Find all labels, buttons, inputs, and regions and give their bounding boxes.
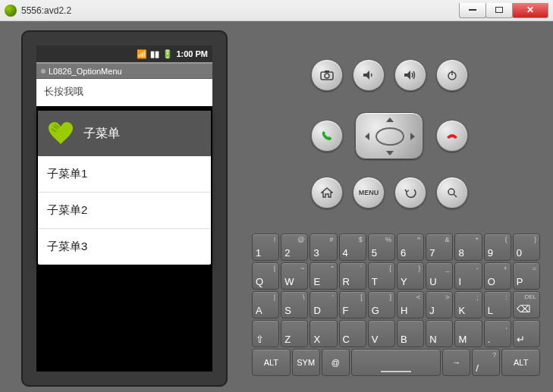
call-button[interactable] — [311, 120, 343, 152]
key-5[interactable]: 5% — [368, 234, 395, 261]
key-.[interactable]: ., — [484, 320, 511, 347]
key-delete[interactable]: DEL⌫ — [513, 291, 540, 318]
key-i[interactable]: I- — [454, 262, 482, 290]
dpad-icon — [356, 113, 424, 160]
key-↵[interactable]: ↵ — [513, 320, 540, 347]
submenu-item[interactable]: 子菜单3 — [38, 229, 211, 265]
status-time: 1:00 PM — [176, 49, 208, 58]
submenu-title: 子菜单 — [83, 126, 120, 142]
key-k[interactable]: K; — [454, 291, 482, 318]
svg-marker-4 — [404, 71, 410, 80]
key-m[interactable]: M — [454, 320, 482, 347]
app-icon — [5, 5, 17, 17]
key-right[interactable]: → — [442, 349, 470, 376]
key-j[interactable]: J> — [426, 291, 453, 318]
back-icon — [404, 187, 416, 198]
key-at[interactable]: @ — [322, 349, 350, 376]
key-⇧[interactable]: ⇧ — [252, 320, 279, 347]
power-icon — [447, 70, 457, 80]
svg-point-1 — [325, 74, 329, 78]
key-o[interactable]: O+ — [484, 262, 511, 290]
key-alt-right[interactable]: ALT — [501, 349, 540, 376]
device-screen: 📶 ▮▮ 🔋 1:00 PM L0826_OptionMenu 长按我哦 — [36, 45, 212, 372]
minimize-button[interactable] — [459, 3, 486, 18]
camera-icon — [320, 70, 334, 80]
key-3[interactable]: 3# — [309, 234, 337, 261]
app-title: L0826_OptionMenu — [49, 67, 122, 76]
volume-down-button[interactable] — [353, 59, 385, 91]
key-1[interactable]: 1! — [252, 234, 279, 261]
android-statusbar: 📶 ▮▮ 🔋 1:00 PM — [36, 45, 212, 62]
submenu-header: 子菜单 — [38, 111, 211, 156]
key-d[interactable]: D' — [309, 291, 337, 318]
key-b[interactable]: B — [397, 320, 424, 347]
svg-point-13 — [448, 189, 454, 195]
home-button[interactable] — [311, 177, 343, 209]
maximize-button[interactable] — [485, 3, 513, 18]
phone-green-icon — [321, 130, 333, 142]
svg-line-14 — [454, 194, 457, 197]
key-y[interactable]: Y} — [397, 262, 424, 290]
svg-marker-7 — [386, 118, 394, 122]
menu-button[interactable]: MENU — [353, 177, 385, 209]
key-7[interactable]: 7& — [426, 234, 453, 261]
battery-icon: 🔋 — [162, 49, 173, 59]
key-x[interactable]: X — [309, 320, 337, 347]
dpad[interactable] — [355, 112, 423, 159]
key-g[interactable]: G] — [368, 291, 395, 318]
key-l[interactable]: L: — [484, 291, 511, 318]
key-t[interactable]: T{ — [368, 262, 395, 290]
key-f[interactable]: F[ — [339, 291, 366, 318]
key-w[interactable]: W~ — [281, 262, 308, 290]
key-q[interactable]: Q| — [252, 262, 279, 290]
key-6[interactable]: 6^ — [397, 234, 424, 261]
key-c[interactable]: C — [339, 320, 366, 347]
key-alt-left[interactable]: ALT — [252, 349, 291, 376]
speaker-high-icon — [404, 70, 417, 80]
key-u[interactable]: U_ — [426, 262, 453, 290]
key-a[interactable]: A| — [252, 291, 279, 318]
heart-icon — [47, 121, 74, 146]
key-n[interactable]: N — [426, 320, 453, 347]
key-slash[interactable]: /? — [472, 349, 500, 376]
key-z[interactable]: Z — [281, 320, 308, 347]
search-button[interactable] — [436, 177, 468, 209]
key-2[interactable]: 2@ — [281, 234, 308, 261]
power-button[interactable] — [436, 59, 468, 91]
key-0[interactable]: 0) — [513, 234, 540, 261]
submenu-dialog: 子菜单 子菜单1 子菜单2 子菜单3 — [38, 111, 211, 265]
hint-text[interactable]: 长按我哦 — [36, 79, 212, 106]
search-icon — [447, 187, 457, 198]
signal-bars-icon: ▮▮ — [150, 49, 159, 59]
end-call-button[interactable] — [436, 120, 468, 152]
svg-point-11 — [376, 128, 404, 145]
key-8[interactable]: 8* — [454, 234, 482, 261]
svg-marker-3 — [363, 71, 369, 80]
key-4[interactable]: 4$ — [339, 234, 366, 261]
submenu-item[interactable]: 子菜单1 — [38, 156, 211, 193]
back-button[interactable] — [394, 177, 426, 209]
volume-up-button[interactable] — [394, 59, 426, 91]
key-e[interactable]: E" — [309, 262, 337, 290]
key-p[interactable]: P= — [513, 262, 540, 290]
svg-marker-9 — [365, 133, 369, 140]
app-titlebar: L0826_OptionMenu — [36, 62, 212, 79]
close-button[interactable]: ✕ — [512, 3, 548, 18]
camera-button[interactable] — [311, 59, 343, 91]
key-v[interactable]: V — [368, 320, 395, 347]
app-title-icon — [41, 69, 46, 74]
home-icon — [321, 187, 333, 198]
svg-marker-10 — [410, 133, 415, 140]
key-s[interactable]: S\ — [281, 291, 308, 318]
phone-red-icon — [445, 131, 459, 140]
key-sym[interactable]: SYM — [292, 349, 320, 376]
key-space[interactable] — [351, 349, 441, 376]
svg-marker-8 — [386, 151, 394, 155]
key-r[interactable]: R` — [339, 262, 366, 290]
emulator-body: 📶 ▮▮ 🔋 1:00 PM L0826_OptionMenu 长按我哦 — [0, 21, 553, 392]
key-h[interactable]: H< — [397, 291, 424, 318]
submenu-item[interactable]: 子菜单2 — [38, 193, 211, 229]
device-frame: 📶 ▮▮ 🔋 1:00 PM L0826_OptionMenu 长按我哦 — [21, 30, 228, 387]
hardware-keyboard: 1!2@3#4$5%6^7&8*9(0) Q|W~E"R`T{Y}U_I-O+P… — [252, 234, 540, 376]
key-9[interactable]: 9( — [484, 234, 511, 261]
